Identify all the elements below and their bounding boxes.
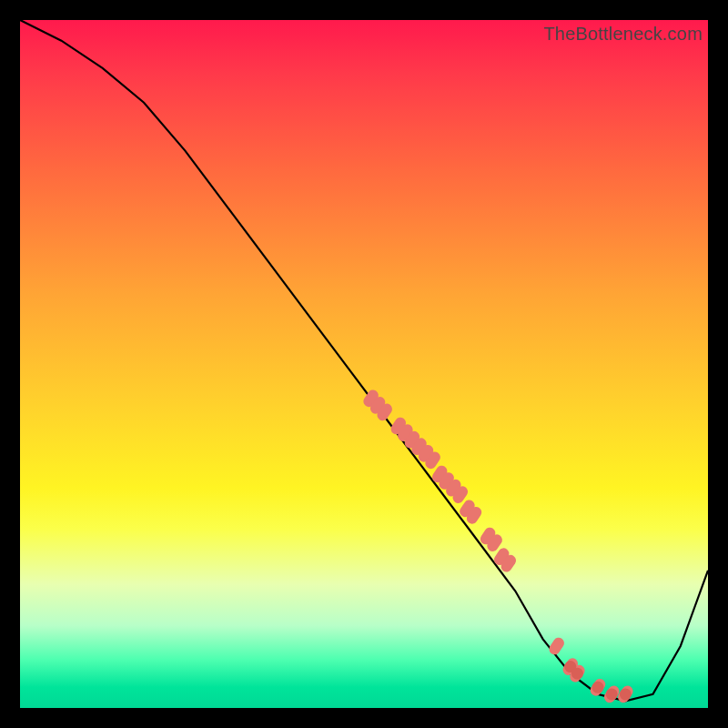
data-point-min xyxy=(620,688,632,700)
plot-area: TheBottleneck.com xyxy=(20,20,708,708)
data-point xyxy=(547,635,566,656)
curve-line xyxy=(20,20,708,701)
data-point-min xyxy=(571,668,583,680)
scatter-points xyxy=(361,388,635,704)
svg-rect-19 xyxy=(547,635,566,656)
chart-svg xyxy=(20,20,708,708)
data-point-min xyxy=(592,682,604,693)
chart-stage: TheBottleneck.com xyxy=(0,0,728,728)
data-point-min xyxy=(606,688,618,700)
